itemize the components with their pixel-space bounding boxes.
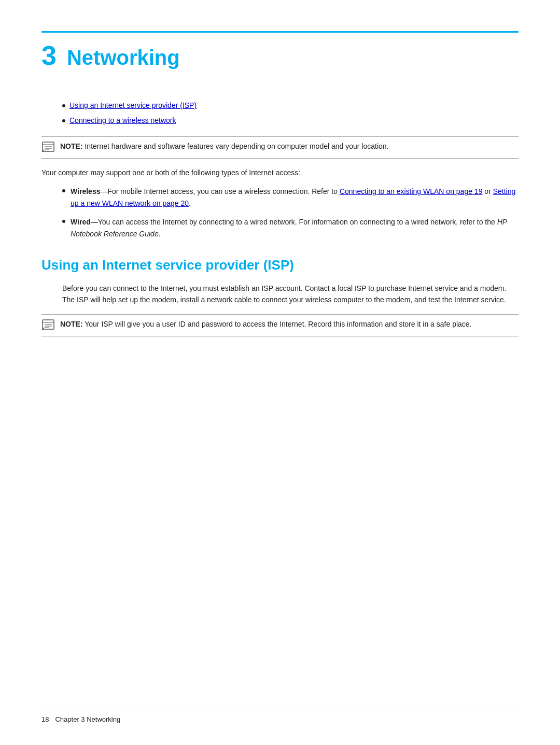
section-heading-isp: Using an Internet service provider (ISP) [41,255,519,275]
note-text-1: Internet hardware and software features … [85,142,388,150]
toc-item-1: Using an Internet service provider (ISP) [62,100,519,111]
page: 3 Networking Using an Internet service p… [0,0,560,745]
toc-list: Using an Internet service provider (ISP)… [62,100,519,126]
chapter-number: 3 [41,42,57,69]
bullet-icon [62,189,65,192]
note-icon-2 [41,319,56,332]
note-box-2: NOTE: Your ISP will give you a user ID a… [41,314,519,336]
wired-text: Wired—You can access the Internet by con… [71,216,519,240]
link-connecting-wlan[interactable]: Connecting to an existing WLAN on page 1… [340,187,483,195]
footer-page-number: 18 [41,714,49,725]
note-content-1: NOTE: Internet hardware and software fea… [60,141,388,152]
note-content-2: NOTE: Your ISP will give you a user ID a… [60,319,472,330]
content-list: Wireless—For mobile Internet access, you… [62,186,519,240]
chapter-title: Networking [67,47,180,68]
toc-link-isp[interactable]: Using an Internet service provider (ISP) [69,100,197,111]
content-item-wireless: Wireless—For mobile Internet access, you… [62,186,519,209]
footer: 18 Chapter 3 Networking [41,710,519,725]
content-item-wired: Wired—You can access the Internet by con… [62,216,519,240]
wireless-text: Wireless—For mobile Internet access, you… [71,186,519,209]
note-label-1: NOTE: [60,142,83,150]
bullet-icon [62,220,65,223]
toc-link-wireless[interactable]: Connecting to a wireless network [69,115,176,126]
note-label-2: NOTE: [60,320,83,328]
footer-chapter-label: Chapter 3 Networking [55,714,120,725]
bullet-icon [62,119,65,122]
section-body-isp: Before you can connect to the Internet, … [62,283,519,306]
chapter-header: 3 Networking [41,31,519,69]
intro-paragraph: Your computer may support one or both of… [41,167,519,178]
note-box-1: NOTE: Internet hardware and software fea… [41,136,519,159]
toc-item-2: Connecting to a wireless network [62,115,519,126]
bullet-icon [62,104,65,107]
note-icon [41,142,56,154]
note-text-2: Your ISP will give you a user ID and pas… [85,320,471,328]
